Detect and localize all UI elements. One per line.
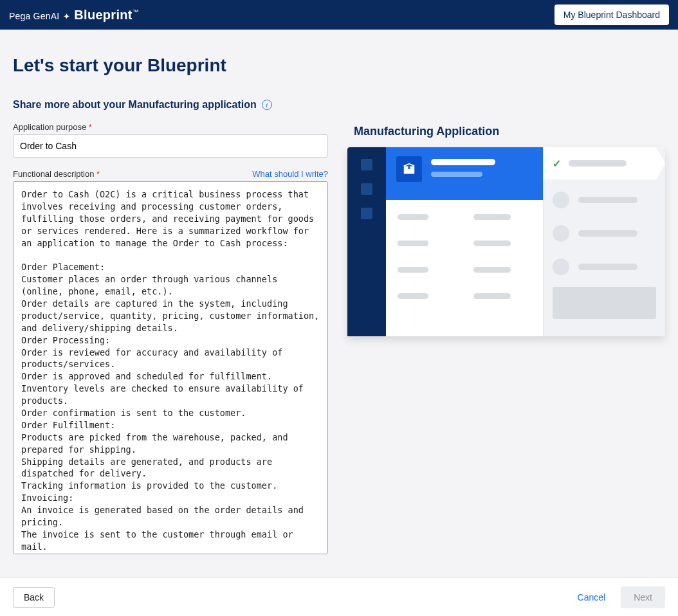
preview-skeleton-line <box>398 214 428 220</box>
preview-skeleton-line <box>431 172 482 177</box>
preview-nav-icon <box>361 183 372 195</box>
back-button[interactable]: Back <box>13 587 55 608</box>
preview-skeleton-line <box>473 293 511 299</box>
preview-skeleton-line <box>431 159 495 165</box>
preview-skeleton-line <box>578 264 637 270</box>
preview-column: Manufacturing Application <box>347 122 665 336</box>
dashboard-button[interactable]: My Blueprint Dashboard <box>554 5 669 25</box>
preview-skeleton-line <box>578 230 637 237</box>
preview-nav-icon <box>361 159 372 170</box>
preview-skeleton-line <box>398 267 428 273</box>
preview-app-mock: ✓ <box>347 147 665 336</box>
application-purpose-input[interactable] <box>13 134 328 158</box>
top-bar: Pega GenAI ✦ Blueprint™ My Blueprint Das… <box>0 0 678 30</box>
required-asterisk: * <box>89 122 92 132</box>
required-asterisk: * <box>96 169 100 179</box>
preview-skeleton-line <box>473 214 511 220</box>
preview-step-completed: ✓ <box>544 147 665 179</box>
functional-description-label: Functional description * <box>13 169 100 179</box>
next-button[interactable]: Next <box>621 586 665 608</box>
preview-step-item <box>553 192 656 208</box>
what-should-i-write-link[interactable]: What should I write? <box>252 169 328 179</box>
info-icon[interactable]: i <box>262 100 272 110</box>
preview-skeleton-line <box>473 240 511 246</box>
preview-right-panel: ✓ <box>543 147 665 336</box>
brand-prefix: Pega GenAI <box>9 11 59 21</box>
preview-step-dot <box>553 192 569 208</box>
brand-main: Blueprint™ <box>74 8 139 23</box>
preview-title: Manufacturing Application <box>354 125 665 138</box>
section-title: Share more about your Manufacturing appl… <box>13 99 257 111</box>
page-title: Let's start your Blueprint <box>13 55 665 76</box>
footer-bar: Back Cancel Next <box>0 577 678 616</box>
preview-step-dot <box>553 258 569 275</box>
cancel-link[interactable]: Cancel <box>578 592 606 602</box>
sparkle-icon: ✦ <box>63 12 70 21</box>
svg-rect-1 <box>408 166 410 169</box>
functional-description-field: Functional description * What should I w… <box>13 169 328 557</box>
preview-main <box>386 147 543 336</box>
application-purpose-label: Application purpose * <box>13 122 328 132</box>
preview-skeleton-line <box>398 240 428 246</box>
functional-description-textarea[interactable] <box>13 181 328 554</box>
preview-step-item <box>553 258 656 275</box>
preview-body <box>386 200 543 336</box>
preview-nav-icon <box>361 208 372 219</box>
preview-step-dot <box>553 225 569 242</box>
preview-step-item <box>553 225 656 242</box>
preview-footer-block <box>553 287 656 319</box>
brand: Pega GenAI ✦ Blueprint™ <box>9 8 139 23</box>
package-icon <box>396 156 422 182</box>
preview-header <box>386 147 543 200</box>
form-column: Application purpose * Functional descrip… <box>13 122 328 568</box>
preview-skeleton-line <box>398 293 428 299</box>
preview-skeleton-line <box>569 160 627 167</box>
preview-skeleton-line <box>578 197 637 203</box>
check-icon: ✓ <box>553 158 561 170</box>
preview-skeleton-line <box>473 267 511 273</box>
application-purpose-field: Application purpose * <box>13 122 328 158</box>
preview-sidebar <box>347 147 386 336</box>
page-body: Let's start your Blueprint Share more ab… <box>0 30 678 577</box>
